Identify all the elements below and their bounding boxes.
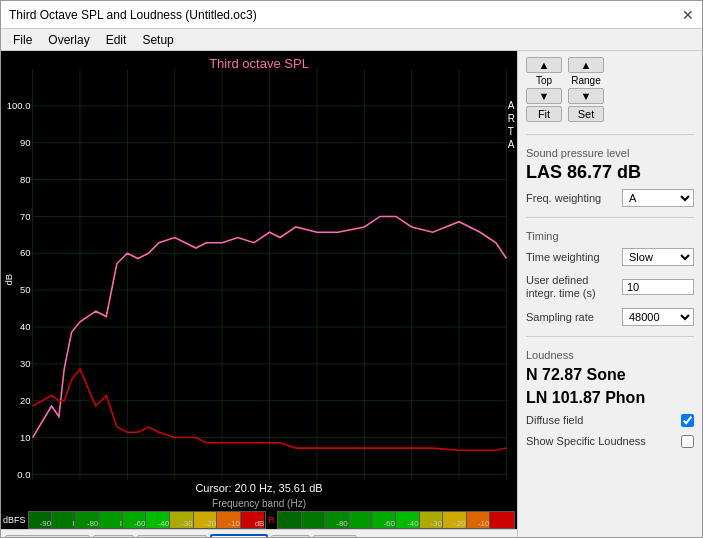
menu-edit[interactable]: Edit <box>98 31 135 49</box>
chart-svg: 100.0 90 80 70 60 50 40 30 20 10 0.0 dB <box>1 69 517 480</box>
user-integr-row: User defined integr. time (s) <box>526 274 694 300</box>
show-specific-checkbox[interactable] <box>681 435 694 448</box>
cursor-info: Cursor: 20.0 Hz, 35.61 dB <box>1 480 517 496</box>
spl-value: LAS 86.77 dB <box>526 163 694 183</box>
svg-text:20: 20 <box>20 395 31 406</box>
level-bar: -90 I -80 I -60 -40 -30 -20 -10 dB <box>28 511 266 529</box>
loudness-ln-value: LN 101.87 Phon <box>526 388 694 407</box>
sampling-rate-row: Sampling rate 44100 48000 96000 <box>526 308 694 326</box>
bw-button[interactable]: B/W <box>271 535 310 537</box>
overlay-button[interactable]: Overlay <box>210 534 268 537</box>
divider-3 <box>526 336 694 337</box>
main-area: Third octave SPL ARTA <box>1 51 702 537</box>
time-weighting-select[interactable]: Slow Fast Impulse <box>622 248 694 266</box>
set-button[interactable]: Set <box>568 106 604 122</box>
range-up-button[interactable]: ▲ <box>568 57 604 73</box>
copy-button[interactable]: Copy <box>313 535 357 537</box>
menu-bar: File Overlay Edit Setup <box>1 29 702 51</box>
svg-text:100.0: 100.0 <box>7 100 31 111</box>
r-label: R <box>269 515 276 525</box>
menu-file[interactable]: File <box>5 31 40 49</box>
freq-weighting-select[interactable]: A B C Z <box>622 189 694 207</box>
freq-weighting-label: Freq. weighting <box>526 192 601 204</box>
level-bar-r: -80 -60 -40 -30 -20 -10 <box>277 511 515 529</box>
freq-label: Frequency band (Hz) <box>1 496 517 511</box>
menu-overlay[interactable]: Overlay <box>40 31 97 49</box>
sampling-rate-select[interactable]: 44100 48000 96000 <box>622 308 694 326</box>
divider-2 <box>526 217 694 218</box>
loudness-n-value: N 72.87 Sone <box>526 365 694 384</box>
diffuse-field-label: Diffuse field <box>526 414 583 426</box>
diffuse-field-row: Diffuse field <box>526 414 694 427</box>
diffuse-field-checkbox[interactable] <box>681 414 694 427</box>
level-bar-strip: dBFS -90 I -80 I -60 -40 -30 -20 -10 dB … <box>1 511 517 529</box>
svg-text:10: 10 <box>20 432 31 443</box>
svg-text:90: 90 <box>20 137 31 148</box>
timing-section-title: Timing <box>526 230 694 242</box>
loudness-section-title: Loudness <box>526 349 694 361</box>
chart-title: Third octave SPL <box>1 53 517 74</box>
range-label: Range <box>571 75 600 86</box>
svg-text:70: 70 <box>20 211 31 222</box>
chart-area: Third octave SPL ARTA <box>1 51 517 537</box>
title-bar: Third Octave SPL and Loudness (Untitled.… <box>1 1 702 29</box>
svg-text:80: 80 <box>20 174 31 185</box>
top-down-button[interactable]: ▼ <box>526 88 562 104</box>
svg-text:30: 30 <box>20 358 31 369</box>
main-window: Third Octave SPL and Loudness (Untitled.… <box>0 0 703 538</box>
user-integr-input[interactable] <box>622 279 694 295</box>
svg-text:0.0: 0.0 <box>17 469 30 480</box>
close-button[interactable]: ✕ <box>682 8 694 22</box>
svg-text:dB: dB <box>3 274 14 286</box>
top-controls: ▲ Top ▼ Fit ▲ Range ▼ Set <box>526 57 694 122</box>
dbfs-label: dBFS <box>3 515 26 525</box>
show-specific-row: Show Specific Loudness <box>526 435 694 448</box>
fit-button[interactable]: Fit <box>526 106 562 122</box>
menu-setup[interactable]: Setup <box>134 31 181 49</box>
record-reset-button[interactable]: Record/Reset <box>5 535 90 537</box>
user-integr-label: User defined integr. time (s) <box>526 274 616 300</box>
freq-weighting-row: Freq. weighting A B C Z <box>526 189 694 207</box>
bottom-buttons: Record/Reset Stop Pink Noise Overlay B/W… <box>1 529 517 537</box>
show-specific-label: Show Specific Loudness <box>526 435 646 447</box>
spl-section-title: Sound pressure level <box>526 147 694 159</box>
svg-text:60: 60 <box>20 247 31 258</box>
svg-rect-0 <box>1 69 517 480</box>
sampling-rate-label: Sampling rate <box>526 311 594 323</box>
stop-button[interactable]: Stop <box>93 535 134 537</box>
divider-1 <box>526 134 694 135</box>
time-weighting-label: Time weighting <box>526 251 600 263</box>
pink-noise-button[interactable]: Pink Noise <box>137 535 208 537</box>
svg-text:50: 50 <box>20 284 31 295</box>
svg-text:40: 40 <box>20 321 31 332</box>
range-down-button[interactable]: ▼ <box>568 88 604 104</box>
arta-label: ARTA <box>508 99 515 151</box>
window-title: Third Octave SPL and Loudness (Untitled.… <box>9 8 257 22</box>
right-panel: ▲ Top ▼ Fit ▲ Range ▼ Set Sound pressure… <box>517 51 702 537</box>
top-label: Top <box>536 75 552 86</box>
top-up-button[interactable]: ▲ <box>526 57 562 73</box>
time-weighting-row: Time weighting Slow Fast Impulse <box>526 248 694 266</box>
